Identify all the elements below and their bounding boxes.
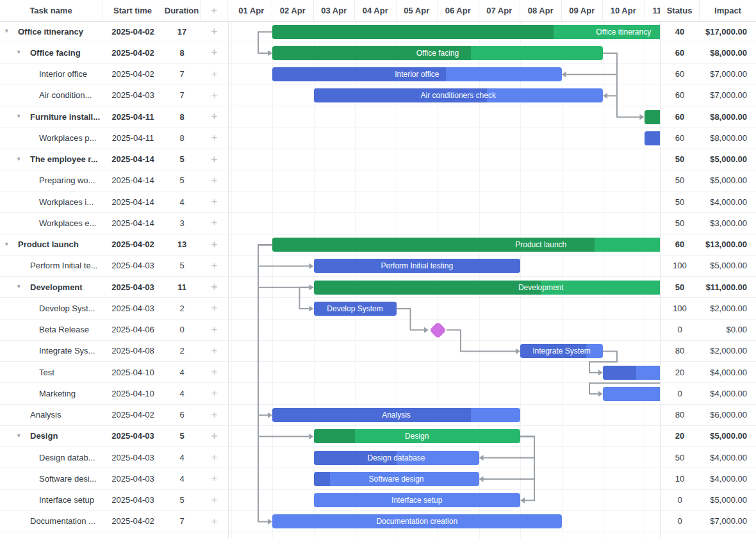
status-cell: 50 [660,277,700,297]
duration-cell[interactable]: 13 [163,234,201,255]
row-add-icon[interactable]: + [201,341,228,361]
duration-cell[interactable]: 6 [163,405,201,425]
duration-cell[interactable]: 4 [163,383,201,403]
duration-cell[interactable]: 8 [163,127,201,148]
task-name-label: Software desi... [39,474,97,484]
duration-cell[interactable]: 11 [163,277,201,297]
row-add-icon[interactable]: + [201,106,228,127]
duration-cell[interactable]: 5 [163,490,201,510]
status-cell: 0 [660,383,700,403]
start-time-cell[interactable]: 2025-04-03 [103,298,163,318]
row-add-icon[interactable]: + [201,256,228,276]
timeline-day-header: 11 [645,0,661,21]
row-add-icon[interactable]: + [201,277,228,297]
add-column-button[interactable]: + [201,0,228,21]
start-time-cell[interactable]: 2025-04-14 [103,149,163,170]
expander-icon[interactable]: ▾ [5,28,8,34]
start-time-cell[interactable]: 2025-04-03 [103,277,163,297]
timeline-day-header: 07 Apr [479,0,521,21]
duration-cell[interactable]: 0 [163,320,201,340]
start-time-cell[interactable]: 2025-04-10 [103,383,163,403]
expander-icon[interactable]: ▾ [17,283,21,289]
duration-cell[interactable]: 7 [163,511,201,532]
expander-icon[interactable]: ▾ [17,432,21,439]
task-name-label: Interface setup [39,495,94,505]
row-add-icon[interactable]: + [201,362,228,382]
status-cell: 10 [660,468,700,489]
duration-cell[interactable]: 7 [163,85,201,106]
start-time-cell[interactable]: 2025-04-10 [103,362,163,382]
status-cell: 60 [660,64,700,85]
duration-cell[interactable]: 5 [163,426,201,446]
start-time-cell[interactable]: 2025-04-03 [103,490,163,510]
impact-cell: $4,000.00 [700,468,747,489]
start-time-cell[interactable]: 2025-04-14 [103,170,163,191]
start-time-cell[interactable]: 2025-04-03 [103,256,163,276]
start-time-cell[interactable]: 2025-04-03 [103,468,163,489]
row-add-icon[interactable]: + [201,21,228,42]
start-time-cell[interactable]: 2025-04-11 [103,127,163,148]
row-add-icon[interactable]: + [201,320,228,340]
duration-cell[interactable]: 7 [163,64,201,85]
duration-cell[interactable]: 5 [163,170,201,191]
duration-cell[interactable]: 17 [163,21,201,42]
expander-icon[interactable]: ▾ [17,113,21,119]
duration-cell[interactable]: 2 [163,341,201,361]
column-header-status: Status [660,0,700,21]
expander-icon[interactable]: ▾ [17,156,21,162]
status-cell: 50 [660,447,700,468]
row-add-icon[interactable]: + [201,127,228,148]
expander-icon[interactable]: ▾ [17,49,21,55]
row-add-icon[interactable]: + [201,85,228,106]
expander-icon[interactable]: ▾ [5,241,8,247]
start-time-cell[interactable]: 2025-04-02 [103,42,163,63]
row-add-icon[interactable]: + [201,447,228,468]
bar-label: Office itinerancy [596,28,651,37]
row-add-icon[interactable]: + [201,511,228,532]
row-add-icon[interactable]: + [201,170,228,191]
start-time-cell[interactable]: 2025-04-14 [103,213,163,233]
task-name-label: Analysis [30,410,61,420]
start-time-cell[interactable]: 2025-04-03 [103,447,163,468]
row-add-icon[interactable]: + [201,490,228,510]
start-time-cell[interactable]: 2025-04-14 [103,192,163,212]
duration-cell[interactable]: 4 [163,362,201,382]
row-add-icon[interactable]: + [201,298,228,318]
impact-cell: $4,000.00 [700,447,747,468]
duration-cell[interactable]: 2 [163,298,201,318]
timeline-day-header: 09 Apr [562,0,604,21]
duration-cell[interactable]: 8 [163,42,201,63]
start-time-cell[interactable]: 2025-04-03 [103,85,163,106]
row-add-icon[interactable]: + [201,405,228,425]
start-time-cell[interactable]: 2025-04-08 [103,341,163,361]
start-time-cell[interactable]: 2025-04-02 [103,511,163,532]
row-add-icon[interactable]: + [201,468,228,489]
start-time-cell[interactable]: 2025-04-02 [103,64,163,85]
start-time-cell[interactable]: 2025-04-11 [103,106,163,127]
start-time-cell[interactable]: 2025-04-06 [103,320,163,340]
start-time-cell[interactable]: 2025-04-02 [103,234,163,255]
bar-label: Perform Initial testing [381,261,453,270]
status-cell: 50 [660,170,700,191]
duration-cell[interactable]: 4 [163,468,201,489]
start-time-cell[interactable]: 2025-04-02 [103,21,163,42]
start-time-cell[interactable]: 2025-04-02 [103,405,163,425]
duration-cell[interactable]: 3 [163,213,201,233]
duration-cell[interactable]: 8 [163,106,201,127]
row-add-icon[interactable]: + [201,426,228,446]
bar-label: Develop System [327,304,382,313]
row-add-icon[interactable]: + [201,64,228,85]
row-add-icon[interactable]: + [201,192,228,212]
row-add-icon[interactable]: + [201,234,228,255]
duration-cell[interactable]: 4 [163,192,201,212]
duration-cell[interactable]: 4 [163,447,201,468]
row-add-icon[interactable]: + [201,213,228,233]
row-add-icon[interactable]: + [201,149,228,170]
duration-cell[interactable]: 5 [163,256,201,276]
task-name-label: Design [30,431,58,441]
row-add-icon[interactable]: + [201,42,228,63]
row-add-icon[interactable]: + [201,383,228,403]
start-time-cell[interactable]: 2025-04-03 [103,426,163,446]
duration-cell[interactable]: 5 [163,149,201,170]
status-cell: 40 [660,21,700,42]
